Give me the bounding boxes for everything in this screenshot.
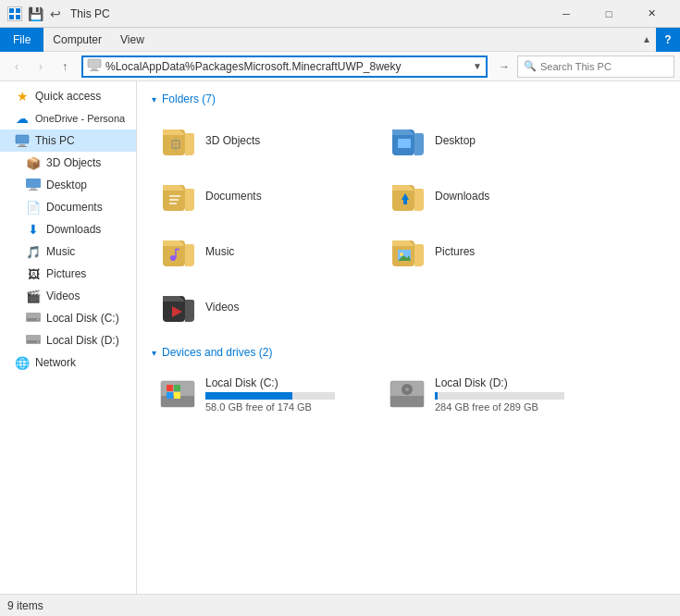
desktop-icon: [26, 178, 41, 192]
sidebar-item-videos[interactable]: 🎬 Videos: [0, 285, 136, 307]
sidebar-label-quick-access: Quick access: [35, 90, 101, 103]
drive-item-c[interactable]: Local Disk (C:) 58.0 GB free of 174 GB: [152, 370, 374, 418]
svg-rect-41: [390, 396, 424, 407]
folder-name-3dobjects: 3D Objects: [205, 134, 260, 147]
folder-icon-3dobjects: [159, 122, 196, 159]
svg-rect-6: [90, 70, 99, 71]
view-menu[interactable]: View: [111, 28, 154, 52]
drive-d-name: Local Disk (D:): [435, 376, 596, 389]
address-bar[interactable]: %LocalAppData%PackagesMicrosoft.Minecraf…: [81, 55, 488, 78]
address-pc-icon: [87, 57, 102, 75]
window-controls: ─ □ ✕: [545, 0, 673, 28]
sidebar-item-onedrive[interactable]: ☁ OneDrive - Persona: [0, 107, 136, 129]
folder-icon-music: [159, 233, 196, 270]
folders-section-header[interactable]: ▾ Folders (7): [152, 92, 665, 105]
sidebar-label-onedrive: OneDrive - Persona: [35, 113, 125, 124]
sidebar-item-local-d[interactable]: Local Disk (D:): [0, 329, 136, 351]
folders-chevron: ▾: [152, 94, 156, 105]
help-button[interactable]: ?: [656, 28, 680, 52]
sidebar-item-music[interactable]: 🎵 Music: [0, 240, 136, 263]
up-button[interactable]: ↑: [54, 55, 76, 78]
drive-item-d[interactable]: Local Disk (D:) 284 GB free of 289 GB: [381, 370, 603, 418]
folder-name-desktop: Desktop: [435, 134, 476, 147]
content-area: ▾ Folders (7) 3D Objects: [137, 81, 680, 594]
sidebar-item-3dobjects[interactable]: 📦 3D Objects: [0, 152, 136, 174]
window-title: This PC: [70, 7, 545, 20]
sidebar-item-documents[interactable]: 📄 Documents: [0, 196, 136, 218]
save-icon: 💾: [28, 6, 43, 21]
drive-d-icon: [389, 376, 426, 413]
address-bar-text: %LocalAppData%PackagesMicrosoft.Minecraf…: [105, 60, 469, 73]
sidebar-item-downloads[interactable]: ⬇ Downloads: [0, 218, 136, 240]
folder-name-music: Music: [205, 245, 234, 258]
network-icon: 🌐: [15, 355, 30, 370]
this-pc-icon: [15, 133, 30, 148]
undo-icon: ↩: [48, 6, 63, 21]
sidebar-label-desktop: Desktop: [46, 179, 87, 191]
svg-point-18: [37, 341, 39, 343]
svg-rect-4: [88, 59, 101, 68]
close-button[interactable]: ✕: [630, 0, 673, 28]
local-d-icon: [26, 333, 41, 348]
drive-c-icon: [159, 376, 196, 413]
search-input[interactable]: [540, 61, 668, 72]
svg-rect-38: [167, 392, 173, 399]
sidebar-item-pictures[interactable]: 🖼 Pictures: [0, 263, 136, 285]
status-bar: 9 items: [0, 594, 680, 616]
svg-rect-5: [92, 68, 97, 70]
drive-d-bar-container: [435, 392, 564, 400]
drives-grid: Local Disk (C:) 58.0 GB free of 174 GB: [152, 370, 665, 418]
sidebar-item-this-pc[interactable]: This PC: [0, 129, 136, 152]
menu-bar: File Computer View ▲ ?: [0, 28, 680, 52]
music-icon: 🎵: [26, 244, 41, 259]
documents-icon: 📄: [26, 200, 41, 215]
folder-name-videos: Videos: [205, 301, 239, 314]
title-bar-icons: 💾 ↩: [7, 6, 63, 21]
folder-item-music[interactable]: Music: [152, 228, 374, 276]
sidebar-label-this-pc: This PC: [35, 134, 75, 147]
folder-item-videos[interactable]: Videos: [152, 283, 374, 331]
devices-section-header[interactable]: ▾ Devices and drives (2): [152, 346, 665, 359]
folder-item-3dobjects[interactable]: 3D Objects: [152, 117, 374, 165]
status-count: 9 items: [7, 599, 43, 612]
folder-item-desktop[interactable]: Desktop: [381, 117, 603, 165]
sidebar-label-network: Network: [35, 356, 76, 369]
svg-line-29: [176, 249, 179, 250]
folder-icon-pictures: [389, 233, 426, 270]
address-chevron[interactable]: ▼: [473, 61, 482, 71]
folder-item-pictures[interactable]: Pictures: [381, 228, 603, 276]
ribbon-toggle[interactable]: ▲: [637, 28, 656, 52]
folder-name-pictures: Pictures: [435, 245, 475, 258]
svg-rect-22: [398, 139, 411, 148]
sidebar-item-desktop[interactable]: Desktop: [0, 174, 136, 196]
drive-d-free: 284 GB free of 289 GB: [435, 401, 596, 413]
svg-rect-3: [16, 15, 20, 19]
minimize-button[interactable]: ─: [545, 0, 587, 28]
downloads-icon: ⬇: [26, 222, 41, 237]
sidebar-item-network[interactable]: 🌐 Network: [0, 351, 136, 374]
sidebar-label-3dobjects: 3D Objects: [46, 156, 101, 169]
file-menu[interactable]: File: [0, 28, 43, 52]
devices-header-label: Devices and drives (2): [162, 346, 272, 359]
forward-button[interactable]: ›: [30, 55, 52, 78]
search-bar[interactable]: 🔍: [517, 55, 674, 78]
folder-item-documents[interactable]: Documents: [152, 172, 374, 220]
sidebar-item-local-c[interactable]: Local Disk (C:): [0, 307, 136, 329]
svg-rect-23: [169, 195, 180, 197]
folder-item-downloads[interactable]: Downloads: [381, 172, 603, 220]
sidebar-item-quick-access[interactable]: ★ Quick access: [0, 85, 136, 107]
svg-point-27: [170, 255, 176, 261]
svg-point-43: [405, 388, 409, 391]
drive-c-info: Local Disk (C:) 58.0 GB free of 174 GB: [205, 376, 366, 413]
computer-menu[interactable]: Computer: [43, 28, 111, 52]
folder-icon-videos: [159, 289, 196, 326]
maximize-button[interactable]: □: [587, 0, 630, 28]
svg-rect-39: [174, 392, 180, 399]
svg-rect-1: [16, 8, 20, 13]
svg-rect-12: [29, 190, 38, 191]
svg-rect-10: [26, 179, 41, 188]
svg-rect-7: [16, 135, 29, 143]
svg-rect-24: [169, 199, 179, 201]
back-button[interactable]: ‹: [6, 55, 28, 78]
navigate-forward[interactable]: →: [493, 55, 515, 78]
